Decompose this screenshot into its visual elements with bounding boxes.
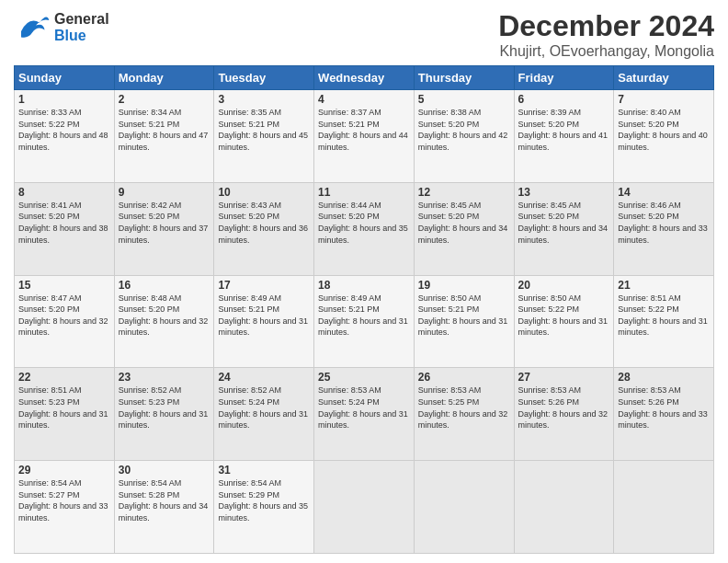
page: General Blue December 2024 Khujirt, OEvo… [0,0,728,563]
day-number: 27 [518,371,610,384]
calendar-cell [314,461,415,554]
header-wednesday: Wednesday [314,66,415,90]
calendar-cell: 27Sunrise: 8:53 AM Sunset: 5:26 PM Dayli… [514,368,614,461]
day-number: 14 [618,186,710,199]
day-info: Sunrise: 8:51 AM Sunset: 5:22 PM Dayligh… [618,293,710,339]
day-info: Sunrise: 8:42 AM Sunset: 5:20 PM Dayligh… [119,200,210,246]
calendar-cell: 13Sunrise: 8:45 AM Sunset: 5:20 PM Dayli… [514,182,614,275]
day-number: 26 [418,371,510,384]
calendar-cell: 16Sunrise: 8:48 AM Sunset: 5:20 PM Dayli… [114,275,214,368]
main-title: December 2024 [498,9,714,43]
day-number: 5 [418,93,510,106]
calendar-cell: 23Sunrise: 8:52 AM Sunset: 5:23 PM Dayli… [114,368,214,461]
day-number: 7 [618,93,710,106]
day-number: 15 [18,279,110,292]
calendar-cell: 1Sunrise: 8:33 AM Sunset: 5:22 PM Daylig… [15,90,115,183]
calendar-cell [414,461,514,554]
day-info: Sunrise: 8:46 AM Sunset: 5:20 PM Dayligh… [618,200,710,246]
day-number: 16 [119,279,210,292]
day-number: 31 [218,464,310,477]
day-info: Sunrise: 8:40 AM Sunset: 5:20 PM Dayligh… [618,107,710,153]
logo-name: General Blue [54,11,109,43]
day-number: 17 [218,279,310,292]
day-info: Sunrise: 8:49 AM Sunset: 5:21 PM Dayligh… [318,293,410,339]
day-info: Sunrise: 8:33 AM Sunset: 5:22 PM Dayligh… [18,107,110,153]
calendar: Sunday Monday Tuesday Wednesday Thursday… [14,65,714,554]
calendar-cell: 21Sunrise: 8:51 AM Sunset: 5:22 PM Dayli… [614,275,714,368]
calendar-cell: 11Sunrise: 8:44 AM Sunset: 5:20 PM Dayli… [314,182,415,275]
header-thursday: Thursday [414,66,514,90]
day-info: Sunrise: 8:45 AM Sunset: 5:20 PM Dayligh… [518,200,610,246]
day-info: Sunrise: 8:50 AM Sunset: 5:22 PM Dayligh… [518,293,610,339]
day-info: Sunrise: 8:44 AM Sunset: 5:20 PM Dayligh… [318,200,410,246]
day-number: 1 [18,93,110,106]
day-number: 4 [318,93,410,106]
calendar-cell: 3Sunrise: 8:35 AM Sunset: 5:21 PM Daylig… [214,90,314,183]
calendar-cell: 30Sunrise: 8:54 AM Sunset: 5:28 PM Dayli… [114,461,214,554]
day-info: Sunrise: 8:48 AM Sunset: 5:20 PM Dayligh… [119,293,210,339]
day-number: 25 [318,371,410,384]
day-number: 24 [218,371,310,384]
calendar-cell: 19Sunrise: 8:50 AM Sunset: 5:21 PM Dayli… [414,275,514,368]
header-monday: Monday [114,66,214,90]
calendar-cell: 9Sunrise: 8:42 AM Sunset: 5:20 PM Daylig… [114,182,214,275]
day-number: 6 [518,93,610,106]
calendar-cell: 5Sunrise: 8:38 AM Sunset: 5:20 PM Daylig… [414,90,514,183]
day-number: 10 [218,186,310,199]
logo-general: General [54,11,109,28]
header-friday: Friday [514,66,614,90]
calendar-cell: 20Sunrise: 8:50 AM Sunset: 5:22 PM Dayli… [514,275,614,368]
day-info: Sunrise: 8:38 AM Sunset: 5:20 PM Dayligh… [418,107,510,153]
calendar-week-row: 29Sunrise: 8:54 AM Sunset: 5:27 PM Dayli… [15,461,714,554]
day-info: Sunrise: 8:43 AM Sunset: 5:20 PM Dayligh… [218,200,310,246]
calendar-cell: 26Sunrise: 8:53 AM Sunset: 5:25 PM Dayli… [414,368,514,461]
header-sunday: Sunday [15,66,115,90]
day-number: 2 [119,93,210,106]
day-number: 12 [418,186,510,199]
calendar-cell: 18Sunrise: 8:49 AM Sunset: 5:21 PM Dayli… [314,275,415,368]
logo: General Blue [14,9,109,46]
day-info: Sunrise: 8:34 AM Sunset: 5:21 PM Dayligh… [119,107,210,153]
day-info: Sunrise: 8:53 AM Sunset: 5:24 PM Dayligh… [318,385,410,431]
day-info: Sunrise: 8:53 AM Sunset: 5:26 PM Dayligh… [518,385,610,431]
title-section: December 2024 Khujirt, OEvoerhangay, Mon… [498,9,714,60]
day-number: 11 [318,186,410,199]
day-number: 22 [18,371,110,384]
day-number: 13 [518,186,610,199]
day-number: 3 [218,93,310,106]
calendar-cell: 8Sunrise: 8:41 AM Sunset: 5:20 PM Daylig… [15,182,115,275]
calendar-cell: 10Sunrise: 8:43 AM Sunset: 5:20 PM Dayli… [214,182,314,275]
weekday-header-row: Sunday Monday Tuesday Wednesday Thursday… [15,66,714,90]
calendar-cell: 7Sunrise: 8:40 AM Sunset: 5:20 PM Daylig… [614,90,714,183]
header: General Blue December 2024 Khujirt, OEvo… [14,9,714,60]
calendar-cell: 24Sunrise: 8:52 AM Sunset: 5:24 PM Dayli… [214,368,314,461]
calendar-cell: 28Sunrise: 8:53 AM Sunset: 5:26 PM Dayli… [614,368,714,461]
day-info: Sunrise: 8:52 AM Sunset: 5:24 PM Dayligh… [218,385,310,431]
day-info: Sunrise: 8:35 AM Sunset: 5:21 PM Dayligh… [218,107,310,153]
calendar-cell [514,461,614,554]
calendar-cell: 15Sunrise: 8:47 AM Sunset: 5:20 PM Dayli… [15,275,115,368]
calendar-week-row: 15Sunrise: 8:47 AM Sunset: 5:20 PM Dayli… [15,275,714,368]
day-info: Sunrise: 8:37 AM Sunset: 5:21 PM Dayligh… [318,107,410,153]
day-info: Sunrise: 8:49 AM Sunset: 5:21 PM Dayligh… [218,293,310,339]
day-info: Sunrise: 8:47 AM Sunset: 5:20 PM Dayligh… [18,293,110,339]
calendar-week-row: 1Sunrise: 8:33 AM Sunset: 5:22 PM Daylig… [15,90,714,183]
calendar-cell: 29Sunrise: 8:54 AM Sunset: 5:27 PM Dayli… [15,461,115,554]
day-info: Sunrise: 8:50 AM Sunset: 5:21 PM Dayligh… [418,293,510,339]
calendar-week-row: 8Sunrise: 8:41 AM Sunset: 5:20 PM Daylig… [15,182,714,275]
calendar-cell: 25Sunrise: 8:53 AM Sunset: 5:24 PM Dayli… [314,368,415,461]
day-number: 21 [618,279,710,292]
subtitle: Khujirt, OEvoerhangay, Mongolia [498,43,714,60]
logo-icon [14,9,51,46]
day-info: Sunrise: 8:53 AM Sunset: 5:26 PM Dayligh… [618,385,710,431]
day-info: Sunrise: 8:52 AM Sunset: 5:23 PM Dayligh… [119,385,210,431]
day-info: Sunrise: 8:39 AM Sunset: 5:20 PM Dayligh… [518,107,610,153]
day-info: Sunrise: 8:41 AM Sunset: 5:20 PM Dayligh… [18,200,110,246]
calendar-cell: 6Sunrise: 8:39 AM Sunset: 5:20 PM Daylig… [514,90,614,183]
day-info: Sunrise: 8:54 AM Sunset: 5:28 PM Dayligh… [119,477,210,523]
logo-blue: Blue [54,28,109,44]
day-info: Sunrise: 8:54 AM Sunset: 5:27 PM Dayligh… [18,477,110,523]
calendar-cell: 17Sunrise: 8:49 AM Sunset: 5:21 PM Dayli… [214,275,314,368]
header-tuesday: Tuesday [214,66,314,90]
day-number: 28 [618,371,710,384]
